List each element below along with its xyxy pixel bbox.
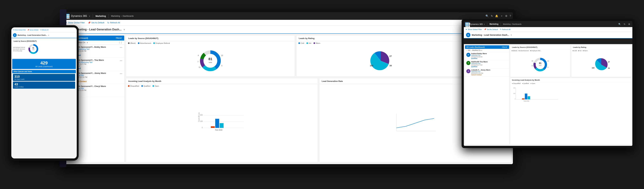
pie-chart-body: 27 34 103 (296, 45, 465, 77)
legend-employee: Employee Referral (153, 42, 170, 44)
bar-chart-body: 200 100 0 (126, 88, 318, 162)
svg-text:Count All Leads: Count All Leads (198, 112, 200, 122)
svg-text:total: total (32, 49, 34, 50)
phone-dash-chevron[interactable]: ∨ (48, 34, 49, 36)
tablet-donut-body: 81 total 13 5 33 11 (510, 52, 570, 77)
svg-text:13: 13 (547, 60, 549, 62)
tablet-module[interactable]: Marketing (490, 23, 498, 25)
add-icon[interactable]: ＋ (500, 14, 503, 18)
tablet: Dynamics 365 ∨ Marketing Marketing › Das… (462, 19, 634, 148)
tablet-lead-info-3: LinkedIn F... Jimmy Warm Marketing Tip2 … (471, 69, 490, 76)
tablet-app-name[interactable]: Dynamics 365 (470, 23, 483, 25)
app-name[interactable]: Dynamics 365 (71, 15, 87, 18)
phone-filter-icon: ▼ (12, 29, 14, 31)
help-icon[interactable]: ? (510, 15, 511, 18)
legend-hot: Hot (306, 42, 311, 44)
tablet-settings-icon[interactable]: ⚙ (628, 23, 630, 25)
svg-rect-21 (211, 126, 215, 128)
legend-cold: Cold (298, 42, 304, 44)
tablet-lead-2[interactable]: Tf fdakfhsdfb Tina Warm Marketing Tip2 3… (465, 60, 509, 68)
tablet-bar-svg: 200 100 0 Feb 2018 (512, 87, 560, 103)
nav-divider (93, 14, 93, 18)
bar-svg: 200 100 0 (198, 112, 246, 138)
tablet-lead-1[interactable]: Bf fsdafsd Bobby Warm Marketing Tip2 3/4… (465, 52, 509, 60)
svg-text:34: 34 (390, 64, 392, 67)
phone: ▼ Show Global Filter 📌 Set as Default ↻ … (10, 25, 78, 161)
tablet-pie-legend: ■ Cold ■ Hot ■ Warm (571, 49, 631, 52)
tablet-filter-btn[interactable]: ▼ Show Global Filter (466, 29, 482, 30)
nav-bar: Dynamics 365 ∨ Marketing Marketing › Das… (62, 12, 513, 20)
svg-text:13: 13 (221, 55, 223, 56)
svg-text:5: 5 (222, 65, 222, 67)
tablet-side-nav (464, 39, 632, 44)
tablet-donut: Leads by Source (DOUGHNUT) ■ (Blank) ■ A… (510, 45, 570, 77)
tablet-breadcrumb: Marketing › Dashboards (503, 23, 521, 25)
tablet-pie-svg: 27 34 103 (590, 56, 613, 73)
refresh-all-btn[interactable]: ↻ Refresh All (108, 22, 120, 24)
tablet-bar-legend: ● Disqualified ● Qualified ● Open (510, 82, 631, 85)
phone-queue-2[interactable]: 43 Leads I Follow (13, 82, 75, 89)
notification-icon[interactable]: 🔔 (495, 15, 498, 18)
pie-legend: Cold Hot Warm (296, 41, 465, 45)
svg-text:200: 200 (513, 87, 516, 89)
svg-text:Feb 2018: Feb 2018 (215, 129, 222, 131)
set-as-default-btn[interactable]: 📌 Set As Default (88, 22, 104, 24)
nav-divider-2 (108, 14, 109, 18)
svg-text:7: 7 (198, 61, 198, 63)
tablet-dash-avatar: M (466, 33, 470, 37)
lead-info: LinkedIn Sponsored F... Tina Warm fdakfh… (73, 59, 118, 69)
legend-advertisement: Advertisement (138, 42, 151, 44)
nav-module[interactable]: Marketing (96, 15, 106, 17)
dash-content: All Leads (Dashboard) Filtered ↕ 164 ↓ M… (62, 34, 513, 164)
bar-chart-panel: Incoming Lead Analysis by Month Disquali… (126, 78, 318, 162)
settings-icon[interactable]: ⚙ (505, 15, 507, 18)
lead-more-icon[interactable]: ⋯ (120, 59, 122, 62)
tablet-refresh-btn[interactable]: ↻ Refresh All (500, 28, 510, 30)
svg-text:27: 27 (608, 61, 610, 63)
tablet-donut-svg: 81 total 13 5 33 11 (530, 56, 550, 73)
app-chevron[interactable]: ∨ (89, 15, 90, 17)
lead-more-icon[interactable]: ⋯ (120, 72, 122, 75)
breadcrumb-dashboards[interactable]: Dashboards (123, 15, 134, 17)
phone-chart-panel: Leads by Source (DOUGHNUT) ■ Employee Re… (12, 39, 76, 58)
dashboard-chevron[interactable]: ∨ (124, 28, 125, 31)
top-charts: Leads by Source (DOUGHNUT) (Blank) Adver… (126, 36, 511, 77)
phone-refresh-btn[interactable]: ↻ Refresh All (40, 29, 48, 31)
tablet-screen: Dynamics 365 ∨ Marketing Marketing › Das… (464, 21, 632, 146)
tablet-dash-chevron[interactable]: ∨ (510, 34, 512, 36)
phone-chart-title: Leads by Source (DOUGHNUT) (14, 40, 74, 42)
tablet-lead-3[interactable]: Jf LinkedIn F... Jimmy Warm Marketing Ti… (465, 68, 509, 77)
sort-chevron: ∨ (87, 41, 88, 44)
svg-text:0: 0 (202, 127, 203, 128)
lead-more-icon[interactable]: ⋯ (120, 46, 122, 49)
bar-chart-title: Incoming Lead Analysis by Month (126, 78, 318, 84)
lead-status-qualified: Qualified (73, 54, 118, 56)
phone-queue-1-number: 310 (14, 75, 74, 78)
dashboard-title: Marketing - Lead Generation Dash... (73, 28, 122, 31)
lead-info: LinkedIn Sponsored F... Cheryl Warm Mark… (73, 85, 122, 96)
phone-queue-1[interactable]: 310 My Open Leads (13, 74, 75, 81)
tablet-chevron[interactable]: ∨ (484, 23, 485, 25)
lead-status-qualified2: Qualified (73, 67, 118, 69)
show-global-filter-btn[interactable]: ▼ Show Global Filter (65, 22, 85, 24)
phone-filter-btn[interactable]: ▼ Show Global Filter (12, 29, 26, 31)
tablet-lead-avatar-1: Bf (466, 53, 470, 57)
tablet-waffle[interactable] (465, 22, 469, 26)
phone-dash-title: Marketing - Lead Generation Dash... (18, 34, 47, 36)
tablet-lead-avatar-3: Jf (466, 69, 470, 73)
tablet-search-icon[interactable]: 🔍 (618, 23, 621, 25)
refresh-icon[interactable]: ↻ (491, 15, 493, 18)
phone-chart-legend: ■ Employee Referral ■ LinkedIn Sponsors … (14, 47, 25, 52)
tablet-refresh-icon[interactable]: ↻ (624, 23, 626, 25)
breadcrumb-sep: › (121, 15, 122, 17)
tablet-donut-legend: ■ (Blank) ■ Advertisement ■ Employee Ref… (510, 49, 570, 52)
svg-text:11: 11 (532, 65, 533, 67)
legend-dot-emp (153, 42, 155, 44)
breadcrumb: Marketing › Dashboards (111, 15, 134, 17)
search-icon[interactable]: 🔍 (486, 15, 489, 18)
phone-default-btn[interactable]: 📌 Set as Default (27, 29, 38, 31)
breadcrumb-marketing[interactable]: Marketing (111, 15, 120, 17)
svg-text:103: 103 (370, 64, 373, 67)
tablet-default-btn[interactable]: 📌 Set As Default (484, 28, 498, 30)
grid-icon[interactable]: ⋮⋮ (118, 41, 122, 44)
